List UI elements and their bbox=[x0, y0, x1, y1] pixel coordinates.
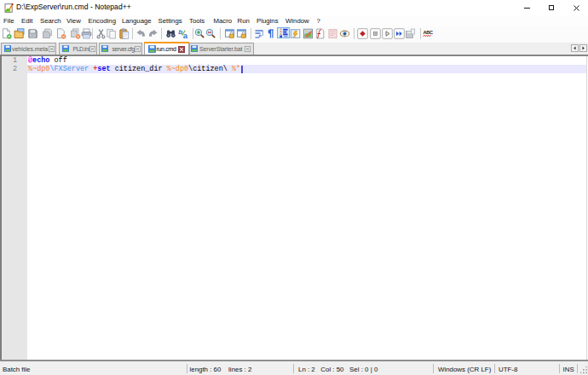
svg-text:ABC: ABC bbox=[423, 30, 433, 35]
